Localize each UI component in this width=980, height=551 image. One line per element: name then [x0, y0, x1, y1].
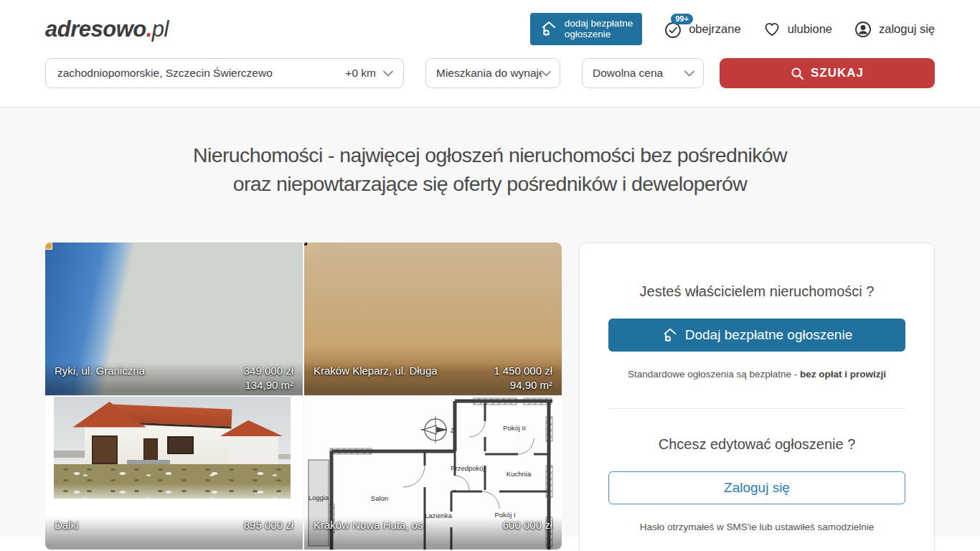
listing-card[interactable]: Kraków Kleparz, ul. Długa 1 450 000 zł 9… [304, 242, 562, 395]
listing-location: Ryki, ul. Graniczna [55, 364, 145, 378]
check-circle-icon: 99+ [664, 20, 682, 39]
listing-location: Kraków Nowa Huta, os [314, 518, 423, 532]
edit-section: Chcesz edytować ogłoszenie ? Zaloguj się… [608, 409, 905, 532]
location-input[interactable]: zachodniopomorskie, Szczecin Świerczewo … [45, 58, 404, 88]
listing-card[interactable]: Dalki 895 000 zł [45, 397, 303, 550]
featured-listings-grid: Ryki, ul. Graniczna 349 000 zł 134,90 m² [45, 242, 562, 550]
house-plus-icon [661, 326, 679, 344]
listing-caption: Kraków Nowa Huta, os 600 000 zł [304, 517, 562, 550]
listing-price: 349 000 zł [244, 364, 293, 378]
property-type-value: Mieszkania do wynajęc [436, 67, 542, 80]
login-button[interactable]: Zaloguj się [608, 471, 905, 504]
owner-note: Standardowe ogłoszenia są bezpłatne - be… [608, 369, 905, 380]
page-title: Nieruchomości - najwięcej ogłoszeń nieru… [0, 108, 980, 198]
nav-item-login-label: zaloguj się [879, 22, 935, 36]
nav-item-favorites[interactable]: ulubione [763, 20, 832, 39]
header: adresowo.pl dodaj bezpłatne ogłoszenie [0, 0, 980, 52]
radius-select[interactable]: +0 km [345, 67, 393, 80]
listing-caption: Ryki, ul. Graniczna 349 000 zł 134,90 m² [45, 362, 303, 395]
listing-price: 600 000 zł [503, 518, 552, 532]
listing-location: Dalki [55, 518, 78, 532]
owner-section: Jesteś właścicielem nieruchomości ? Doda… [608, 243, 905, 380]
logo[interactable]: adresowo.pl [45, 17, 169, 42]
floorplan-room-label: Loggia [308, 494, 329, 501]
floorplan-room-label: Pokój II [503, 424, 526, 432]
floorplan-room-label: Kuchnia [507, 470, 531, 478]
listing-location: Kraków Kleparz, ul. Długa [314, 364, 438, 378]
chevron-down-icon [383, 70, 393, 77]
search-bar: zachodniopomorskie, Szczecin Świerczewo … [0, 52, 980, 108]
login-button-label: Zaloguj się [724, 480, 790, 496]
add-listing-big-button[interactable]: Dodaj bezpłatne ogłoszenie [608, 319, 905, 352]
chevron-down-icon [542, 70, 551, 77]
logo-dot: . [146, 17, 152, 42]
edit-note: Hasło otrzymałeś w SMS'ie lub ustawiłeś … [608, 522, 905, 532]
viewed-count-badge: 99+ [671, 14, 693, 24]
radius-value: +0 km [345, 67, 376, 80]
chevron-down-icon [684, 70, 694, 77]
add-listing-label-line2: ogłoszenie [565, 29, 611, 39]
floorplan-room-label: Przedpokój [451, 464, 485, 472]
logo-text: adresowo [45, 17, 146, 42]
location-value: zachodniopomorskie, Szczecin Świerczewo [57, 67, 273, 80]
header-nav: dodaj bezpłatne ogłoszenie 99+ obejrzane… [530, 13, 935, 45]
user-icon [854, 20, 872, 39]
listing-card[interactable]: Ryki, ul. Graniczna 349 000 zł 134,90 m² [45, 242, 303, 395]
edit-heading: Chcesz edytować ogłoszenie ? [608, 436, 905, 453]
listing-price: 1 450 000 zł [494, 364, 552, 378]
nav-item-favorites-label: ulubione [788, 22, 832, 36]
listing-price: 895 000 zł [244, 518, 293, 532]
house-plus-icon [540, 19, 558, 38]
listing-area: 94,90 m² [494, 378, 552, 392]
owner-panel: Jesteś właścicielem nieruchomości ? Doda… [579, 242, 935, 551]
heart-icon [763, 20, 781, 39]
add-listing-button[interactable]: dodaj bezpłatne ogłoszenie [530, 13, 642, 45]
price-select[interactable]: Dowolna cena [582, 58, 704, 88]
search-button[interactable]: SZUKAJ [720, 58, 935, 88]
svg-text:Z: Z [451, 427, 455, 434]
floorplan-room-label: Salon [371, 494, 388, 502]
compass-icon [421, 416, 447, 443]
listing-caption: Dalki 895 000 zł [45, 517, 303, 550]
price-value: Dowolna cena [593, 67, 663, 80]
owner-heading: Jesteś właścicielem nieruchomości ? [608, 283, 905, 300]
main-content: Nieruchomości - najwięcej ogłoszeń nieru… [0, 108, 980, 537]
search-icon [791, 67, 804, 80]
add-listing-big-label: Dodaj bezpłatne ogłoszenie [685, 327, 852, 343]
nav-item-viewed[interactable]: 99+ obejrzane [664, 20, 740, 39]
listing-photo-house-with-roof [54, 397, 291, 499]
listing-caption: Kraków Kleparz, ul. Długa 1 450 000 zł 9… [304, 362, 562, 395]
search-button-label: SZUKAJ [811, 66, 864, 80]
listing-card[interactable]: Z Pokój II Przedpokój Kuchnia Salon Logg… [304, 397, 562, 550]
listing-area: 134,90 m² [244, 378, 293, 392]
property-type-select[interactable]: Mieszkania do wynajęc [425, 58, 560, 88]
nav-item-viewed-label: obejrzane [689, 22, 740, 36]
nav-item-login[interactable]: zaloguj się [854, 20, 935, 39]
logo-tld: pl [152, 17, 169, 42]
add-listing-label-line1: dodaj bezpłatne [565, 18, 633, 29]
